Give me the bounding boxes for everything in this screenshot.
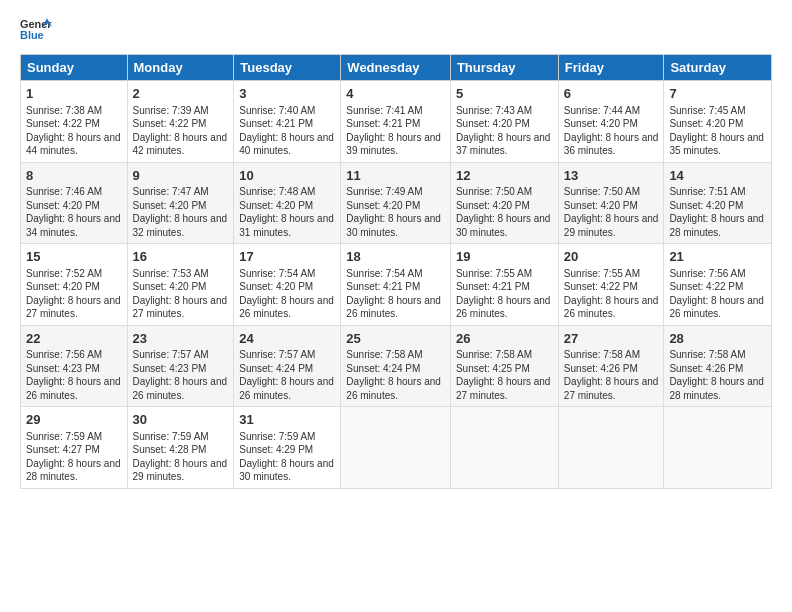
calendar-cell: 11Sunrise: 7:49 AMSunset: 4:20 PMDayligh…	[341, 162, 451, 244]
sunrise-text: Sunrise: 7:54 AM	[346, 267, 445, 281]
day-number: 3	[239, 85, 335, 103]
daylight-text: Daylight: 8 hours and 26 minutes.	[456, 294, 553, 321]
calendar-cell: 12Sunrise: 7:50 AMSunset: 4:20 PMDayligh…	[450, 162, 558, 244]
sunrise-text: Sunrise: 7:47 AM	[133, 185, 229, 199]
sunset-text: Sunset: 4:20 PM	[669, 117, 766, 131]
calendar-cell: 5Sunrise: 7:43 AMSunset: 4:20 PMDaylight…	[450, 81, 558, 163]
sunset-text: Sunset: 4:22 PM	[133, 117, 229, 131]
calendar-cell: 18Sunrise: 7:54 AMSunset: 4:21 PMDayligh…	[341, 244, 451, 326]
day-number: 8	[26, 167, 122, 185]
day-number: 30	[133, 411, 229, 429]
calendar-cell: 30Sunrise: 7:59 AMSunset: 4:28 PMDayligh…	[127, 407, 234, 489]
sunset-text: Sunset: 4:22 PM	[669, 280, 766, 294]
sunrise-text: Sunrise: 7:41 AM	[346, 104, 445, 118]
daylight-text: Daylight: 8 hours and 27 minutes.	[133, 294, 229, 321]
day-number: 20	[564, 248, 659, 266]
sunrise-text: Sunrise: 7:57 AM	[239, 348, 335, 362]
daylight-text: Daylight: 8 hours and 26 minutes.	[239, 375, 335, 402]
calendar-cell: 13Sunrise: 7:50 AMSunset: 4:20 PMDayligh…	[558, 162, 664, 244]
calendar-cell: 29Sunrise: 7:59 AMSunset: 4:27 PMDayligh…	[21, 407, 128, 489]
weekday-header-thursday: Thursday	[450, 55, 558, 81]
sunset-text: Sunset: 4:23 PM	[26, 362, 122, 376]
calendar-cell: 14Sunrise: 7:51 AMSunset: 4:20 PMDayligh…	[664, 162, 772, 244]
sunset-text: Sunset: 4:20 PM	[669, 199, 766, 213]
day-number: 17	[239, 248, 335, 266]
calendar-cell: 26Sunrise: 7:58 AMSunset: 4:25 PMDayligh…	[450, 325, 558, 407]
calendar-cell: 1Sunrise: 7:38 AMSunset: 4:22 PMDaylight…	[21, 81, 128, 163]
svg-text:Blue: Blue	[20, 29, 44, 41]
sunset-text: Sunset: 4:20 PM	[456, 117, 553, 131]
calendar-cell: 17Sunrise: 7:54 AMSunset: 4:20 PMDayligh…	[234, 244, 341, 326]
daylight-text: Daylight: 8 hours and 29 minutes.	[133, 457, 229, 484]
sunrise-text: Sunrise: 7:50 AM	[456, 185, 553, 199]
header: General Blue	[20, 16, 772, 44]
sunset-text: Sunset: 4:20 PM	[239, 280, 335, 294]
calendar-cell: 3Sunrise: 7:40 AMSunset: 4:21 PMDaylight…	[234, 81, 341, 163]
calendar-cell	[341, 407, 451, 489]
day-number: 5	[456, 85, 553, 103]
sunset-text: Sunset: 4:21 PM	[239, 117, 335, 131]
sunrise-text: Sunrise: 7:48 AM	[239, 185, 335, 199]
calendar-cell: 4Sunrise: 7:41 AMSunset: 4:21 PMDaylight…	[341, 81, 451, 163]
daylight-text: Daylight: 8 hours and 30 minutes.	[239, 457, 335, 484]
day-number: 29	[26, 411, 122, 429]
sunrise-text: Sunrise: 7:59 AM	[239, 430, 335, 444]
calendar-cell: 16Sunrise: 7:53 AMSunset: 4:20 PMDayligh…	[127, 244, 234, 326]
sunrise-text: Sunrise: 7:55 AM	[456, 267, 553, 281]
sunset-text: Sunset: 4:20 PM	[133, 280, 229, 294]
calendar-cell: 21Sunrise: 7:56 AMSunset: 4:22 PMDayligh…	[664, 244, 772, 326]
day-number: 12	[456, 167, 553, 185]
calendar-cell: 27Sunrise: 7:58 AMSunset: 4:26 PMDayligh…	[558, 325, 664, 407]
sunset-text: Sunset: 4:25 PM	[456, 362, 553, 376]
calendar-cell: 31Sunrise: 7:59 AMSunset: 4:29 PMDayligh…	[234, 407, 341, 489]
day-number: 27	[564, 330, 659, 348]
sunset-text: Sunset: 4:20 PM	[26, 280, 122, 294]
sunrise-text: Sunrise: 7:49 AM	[346, 185, 445, 199]
day-number: 19	[456, 248, 553, 266]
daylight-text: Daylight: 8 hours and 39 minutes.	[346, 131, 445, 158]
sunset-text: Sunset: 4:27 PM	[26, 443, 122, 457]
day-number: 16	[133, 248, 229, 266]
sunset-text: Sunset: 4:22 PM	[564, 280, 659, 294]
day-number: 31	[239, 411, 335, 429]
sunset-text: Sunset: 4:24 PM	[346, 362, 445, 376]
day-number: 15	[26, 248, 122, 266]
sunset-text: Sunset: 4:21 PM	[456, 280, 553, 294]
calendar-cell: 7Sunrise: 7:45 AMSunset: 4:20 PMDaylight…	[664, 81, 772, 163]
day-number: 7	[669, 85, 766, 103]
weekday-header-friday: Friday	[558, 55, 664, 81]
sunset-text: Sunset: 4:20 PM	[346, 199, 445, 213]
day-number: 4	[346, 85, 445, 103]
daylight-text: Daylight: 8 hours and 26 minutes.	[564, 294, 659, 321]
sunset-text: Sunset: 4:20 PM	[133, 199, 229, 213]
sunrise-text: Sunrise: 7:39 AM	[133, 104, 229, 118]
calendar-cell: 2Sunrise: 7:39 AMSunset: 4:22 PMDaylight…	[127, 81, 234, 163]
sunrise-text: Sunrise: 7:52 AM	[26, 267, 122, 281]
day-number: 26	[456, 330, 553, 348]
day-number: 25	[346, 330, 445, 348]
day-number: 11	[346, 167, 445, 185]
day-number: 1	[26, 85, 122, 103]
daylight-text: Daylight: 8 hours and 26 minutes.	[346, 375, 445, 402]
sunrise-text: Sunrise: 7:58 AM	[669, 348, 766, 362]
day-number: 2	[133, 85, 229, 103]
calendar-cell	[558, 407, 664, 489]
day-number: 18	[346, 248, 445, 266]
daylight-text: Daylight: 8 hours and 28 minutes.	[669, 212, 766, 239]
sunrise-text: Sunrise: 7:46 AM	[26, 185, 122, 199]
weekday-header-wednesday: Wednesday	[341, 55, 451, 81]
daylight-text: Daylight: 8 hours and 27 minutes.	[456, 375, 553, 402]
sunrise-text: Sunrise: 7:44 AM	[564, 104, 659, 118]
weekday-header-saturday: Saturday	[664, 55, 772, 81]
day-number: 13	[564, 167, 659, 185]
calendar-cell: 15Sunrise: 7:52 AMSunset: 4:20 PMDayligh…	[21, 244, 128, 326]
sunset-text: Sunset: 4:20 PM	[456, 199, 553, 213]
day-number: 9	[133, 167, 229, 185]
daylight-text: Daylight: 8 hours and 29 minutes.	[564, 212, 659, 239]
sunrise-text: Sunrise: 7:43 AM	[456, 104, 553, 118]
sunrise-text: Sunrise: 7:51 AM	[669, 185, 766, 199]
daylight-text: Daylight: 8 hours and 26 minutes.	[133, 375, 229, 402]
daylight-text: Daylight: 8 hours and 30 minutes.	[346, 212, 445, 239]
sunrise-text: Sunrise: 7:40 AM	[239, 104, 335, 118]
calendar-cell: 25Sunrise: 7:58 AMSunset: 4:24 PMDayligh…	[341, 325, 451, 407]
